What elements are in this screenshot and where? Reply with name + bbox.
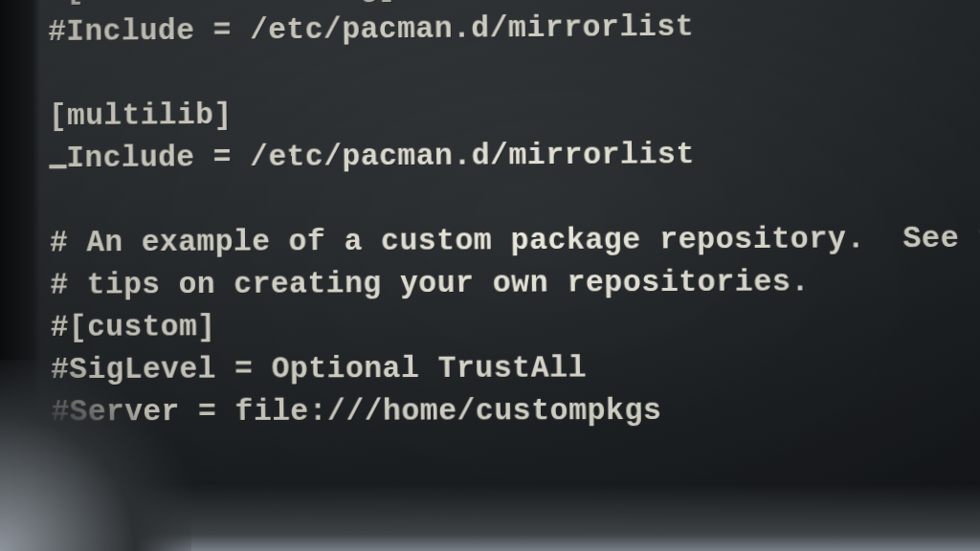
config-section-multilib: [multilib] bbox=[49, 88, 980, 138]
monitor-bezel-corner bbox=[0, 360, 191, 551]
config-line-with-cursor: Include = /etc/pacman.d/mirrorlist bbox=[49, 131, 980, 180]
text-cursor bbox=[49, 165, 66, 168]
config-comment-line: #[custom] bbox=[51, 302, 980, 349]
config-line-text: Include = /etc/pacman.d/mirrorlist bbox=[66, 138, 695, 175]
config-comment-line: # tips on creating your own repositories… bbox=[50, 260, 980, 307]
config-comment-line: # An example of a custom package reposit… bbox=[50, 217, 980, 265]
config-blank-line bbox=[49, 45, 980, 96]
config-blank-line bbox=[50, 174, 980, 223]
